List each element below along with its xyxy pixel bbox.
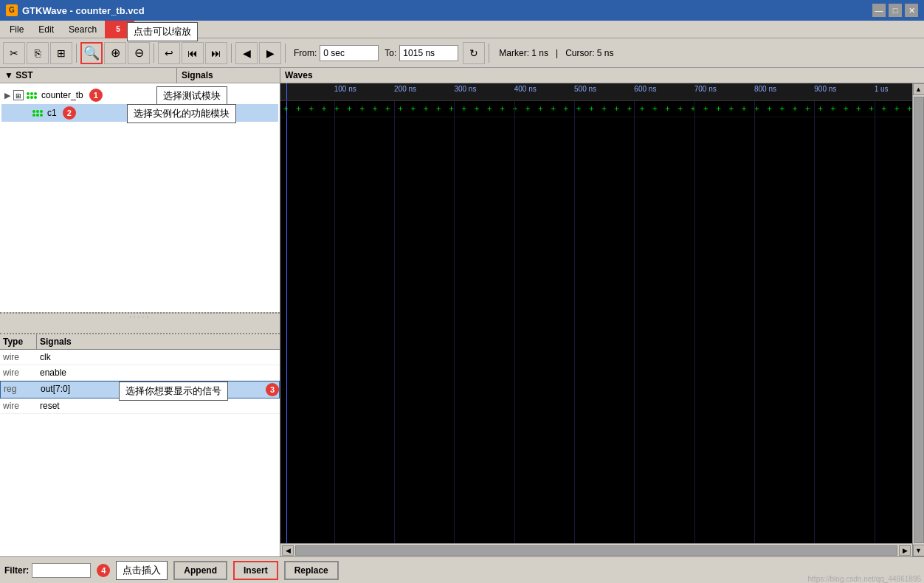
tb-sep3 xyxy=(231,44,232,63)
signal-type-reset: wire xyxy=(0,400,37,412)
tb-goto-end[interactable]: ⏭ xyxy=(205,42,227,64)
minimize-button[interactable]: — xyxy=(872,4,886,17)
to-field-group: To: xyxy=(385,45,458,61)
replace-button[interactable]: Replace xyxy=(284,561,339,580)
tb-sep5 xyxy=(489,44,489,63)
tb-zoom-fit[interactable]: 🔍 xyxy=(80,42,103,64)
left-panel: ▶ ⊞ counter_tb 1 xyxy=(0,83,280,556)
tb-goto-start[interactable]: ⏮ xyxy=(182,42,204,64)
scroll-up[interactable]: ▲ xyxy=(913,83,925,95)
badge-3: 3 xyxy=(266,383,279,396)
tree-item-counter-tb[interactable]: ▶ ⊞ counter_tb 1 xyxy=(1,86,278,104)
from-field-group: From: xyxy=(294,45,379,61)
timeline-marks-container: 100 ns 200 ns 300 ns 400 ns 500 ns 600 n… xyxy=(280,83,912,100)
right-scrollbar: ▲ ▼ xyxy=(912,83,924,556)
watermark: https://blog.csdn.net/qq_44861895 xyxy=(808,575,921,583)
tooltip-4: 点击插入 xyxy=(116,561,168,580)
mark-100ns: 100 ns xyxy=(334,85,356,93)
sst-header-label: ▼ SST xyxy=(4,70,33,80)
tb-zoom-in[interactable]: ⊕ xyxy=(104,42,126,64)
sst-tree: ▶ ⊞ counter_tb 1 xyxy=(0,83,280,312)
tb-refresh[interactable]: ↻ xyxy=(463,42,485,64)
signals-body: wire clk wire enable reg out[7:0] 3 选择你想… xyxy=(0,350,280,556)
tree-item-c1[interactable]: c1 2 选择实例化的功能模块 xyxy=(1,104,278,122)
cursor-info: Cursor: 5 ns xyxy=(565,48,613,58)
signals-section: Type Signals wire clk wire enable xyxy=(0,334,280,556)
window-title: GTKWave - counter_tb.vcd xyxy=(22,5,868,16)
grid-line-7 xyxy=(694,101,695,543)
sep-pipe: | xyxy=(556,48,558,58)
mark-200ns: 200 ns xyxy=(394,85,416,93)
insert-button[interactable]: Insert xyxy=(233,561,278,580)
waves-content[interactable]: + + + + + + + + + + + + + + + + + + + + … xyxy=(280,101,912,543)
titlebar: G GTKWave - counter_tb.vcd — □ ✕ xyxy=(0,0,924,21)
c1-chip-icon xyxy=(32,110,43,117)
from-input[interactable] xyxy=(320,45,379,61)
waves-scrollbar: ◀ ▶ xyxy=(280,543,912,556)
mark-600ns: 600 ns xyxy=(634,85,656,93)
toolbar: ✂ ⎘ ⊞ 🔍 ⊕ ⊖ ↩ ⏮ ⏭ ◀ ▶ From: To: ↻ Marker… xyxy=(0,38,924,68)
tb-copy[interactable]: ⎘ xyxy=(27,42,49,64)
grid-line-8 xyxy=(754,101,755,543)
badge-4: 4 xyxy=(97,564,110,577)
chip-icon xyxy=(27,92,37,99)
wave-row-1: + + + + + + + + + + + + + + + + + + + + … xyxy=(280,101,912,117)
grid-line-3 xyxy=(454,101,455,543)
signals-table-header: Type Signals xyxy=(0,334,280,350)
signal-name-out: out[7:0] xyxy=(38,383,263,396)
sst-header: ▼ SST xyxy=(0,68,177,83)
append-button[interactable]: Append xyxy=(173,561,227,580)
signal-row-reset[interactable]: wire reset xyxy=(0,399,280,414)
filter-input[interactable] xyxy=(32,563,91,578)
mark-900ns: 900 ns xyxy=(814,85,836,93)
menu-search[interactable]: Search xyxy=(62,22,103,37)
tb-zoom-out[interactable]: ⊖ xyxy=(128,42,150,64)
scroll-down[interactable]: ▼ xyxy=(913,545,925,556)
grid-line-6 xyxy=(634,101,635,543)
maximize-button[interactable]: □ xyxy=(889,4,902,17)
scroll-track-h[interactable] xyxy=(295,545,897,556)
to-label: To: xyxy=(385,48,396,58)
waves-header-label: Waves xyxy=(280,68,924,83)
tb-paste[interactable]: ⊞ xyxy=(50,42,72,64)
tb-next[interactable]: ▶ xyxy=(259,42,281,64)
panel-headers: ▼ SST Signals Waves xyxy=(0,68,924,83)
menubar: File Edit Search 5 点击可以缩放 Help xyxy=(0,21,924,38)
filter-group: Filter: xyxy=(4,563,91,578)
to-input[interactable] xyxy=(399,45,458,61)
signal-name-clk: clk xyxy=(37,351,280,363)
menu-view[interactable]: 5 xyxy=(105,21,134,38)
bottom-bar: Filter: 4 点击插入 Append Insert Replace htt… xyxy=(0,556,924,583)
tb-prev[interactable]: ◀ xyxy=(235,42,258,64)
grid-line-1 xyxy=(334,101,335,543)
tb-sep2 xyxy=(154,44,154,63)
sst-resize-handle[interactable]: ····· xyxy=(0,312,280,320)
cursor-line-main xyxy=(286,101,287,543)
tb-cut[interactable]: ✂ xyxy=(3,42,25,64)
signal-row-clk[interactable]: wire clk xyxy=(0,350,280,365)
scroll-right[interactable]: ▶ xyxy=(899,545,911,556)
menu-help[interactable]: Help xyxy=(136,22,168,37)
menu-file[interactable]: File xyxy=(3,22,30,37)
mark-400ns: 400 ns xyxy=(514,85,537,93)
close-button[interactable]: ✕ xyxy=(905,4,918,17)
mark-500ns: 500 ns xyxy=(574,85,596,93)
signal-row-enable[interactable]: wire enable xyxy=(0,365,280,381)
tb-undo[interactable]: ↩ xyxy=(158,42,180,64)
signal-type-out: reg xyxy=(1,383,38,396)
signal-row-out[interactable]: reg out[7:0] 3 选择你想要显示的信号 xyxy=(0,381,280,399)
grid-line-2 xyxy=(394,101,395,543)
grid-line-5 xyxy=(574,101,575,543)
signal-name-reset: reset xyxy=(37,400,280,412)
menu-edit[interactable]: Edit xyxy=(32,22,61,37)
signals-header-label: Signals xyxy=(177,68,280,83)
tb-sep1 xyxy=(76,44,77,63)
waves-area: 100 ns 200 ns 300 ns 400 ns 500 ns 600 n… xyxy=(280,83,912,556)
tb-sep4 xyxy=(285,44,286,63)
signal-type-enable: wire xyxy=(0,367,37,379)
scroll-track-v[interactable] xyxy=(914,97,924,543)
col-signals: Signals xyxy=(37,334,280,349)
expand-icon: ▶ xyxy=(4,91,10,100)
scroll-left[interactable]: ◀ xyxy=(282,545,294,556)
marker-info: Marker: 1 ns xyxy=(499,48,548,58)
